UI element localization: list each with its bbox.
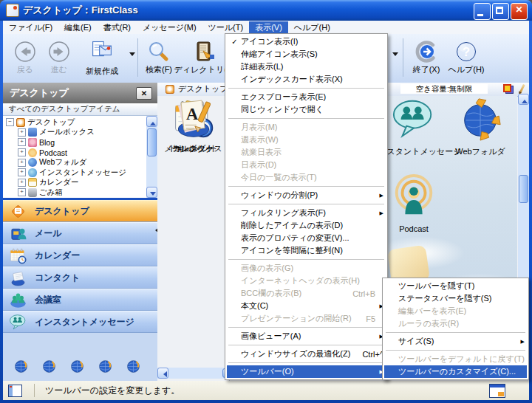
menu-item[interactable]: ツールバーをデフォルトに戻す(T): [384, 353, 527, 365]
menu-item[interactable]: ウィンドウサイズの最適化(Z) Ctrl+^: [227, 348, 386, 360]
menu-item[interactable]: フィルタリング表示(F) ▶: [227, 207, 386, 219]
minimize-button[interactable]: [474, 3, 491, 20]
menu-item[interactable]: ツールバーのカスタマイズ(C)...: [384, 365, 527, 378]
menu-item[interactable]: 削除したアイテムの表示(D): [227, 219, 386, 232]
menu-item[interactable]: インターネットヘッダの表示(H): [227, 275, 386, 287]
tree-item-label: Webフォルダ: [39, 157, 86, 168]
menu-item[interactable]: 就業日表示: [227, 146, 386, 159]
menu-item[interactable]: プレゼンテーションの開始(R) F5: [227, 312, 386, 325]
scroll-up-icon[interactable]: [518, 94, 529, 105]
menu-item[interactable]: 週表示(W): [227, 134, 386, 146]
scroll-up-icon[interactable]: [146, 116, 157, 127]
tree-item[interactable]: + Podcast: [3, 148, 146, 158]
check-icon: ✓: [228, 38, 241, 46]
tree-item[interactable]: + Blog: [3, 137, 146, 148]
menu-item[interactable]: 日表示(D): [227, 159, 386, 171]
sidebar-nav-item[interactable]: デスクトップ: [3, 200, 157, 222]
search-button[interactable]: 検索(F): [142, 40, 176, 75]
sidebar-nav-item[interactable]: コンタクト: [3, 266, 157, 289]
menu-item[interactable]: ツールバー(O) ▶: [227, 365, 386, 378]
menubar-item[interactable]: 編集(E): [58, 21, 98, 34]
menu-item[interactable]: ツールバーを隠す(T): [384, 280, 527, 292]
menu-item[interactable]: BCC欄の表示(B) Ctrl+B: [227, 287, 386, 300]
window-layout-icon[interactable]: [489, 384, 505, 398]
edit-pencil-icon[interactable]: [519, 84, 525, 94]
sidebar-nav-item[interactable]: メール: [3, 222, 157, 244]
scroll-left-icon[interactable]: [157, 368, 168, 379]
menubar-item[interactable]: 表示(V): [249, 21, 288, 34]
menu-item-label: ステータスバーを隠す(S): [398, 293, 491, 304]
tree-expand-icon[interactable]: +: [18, 168, 26, 176]
sidebar-nav-item[interactable]: 会議室: [3, 289, 157, 311]
new-button[interactable]: 新規作成: [78, 38, 126, 77]
menu-item[interactable]: 詳細表示(L): [227, 61, 386, 73]
menu-item[interactable]: ルーラの表示(R): [384, 317, 527, 330]
menubar-item[interactable]: 書式(R): [98, 21, 137, 34]
quick-launch-icon[interactable]: [126, 359, 141, 374]
menu-item[interactable]: 今日の一覧の表示(T): [227, 171, 386, 184]
menubar-item[interactable]: ヘルプ(H): [288, 21, 336, 34]
quick-launch-icon[interactable]: [13, 359, 29, 374]
tree-item[interactable]: + カレンダー: [3, 178, 146, 188]
scroll-down-icon[interactable]: [146, 187, 157, 198]
tree-item[interactable]: + Webフォルダ: [3, 157, 146, 168]
view-mode-icon[interactable]: [503, 84, 514, 94]
quick-launch-icon[interactable]: [69, 359, 85, 374]
tree-item[interactable]: + ごみ箱: [3, 187, 146, 198]
sidebar-nav-item[interactable]: インスタントメッセージ: [3, 311, 157, 333]
new-dropdown-arrow[interactable]: [129, 52, 135, 59]
toolbar-overflow-arrow[interactable]: [392, 52, 398, 59]
menubar-item[interactable]: メッセージ(M): [137, 21, 202, 34]
menu-item[interactable]: インデックスカード表示(X): [227, 73, 386, 86]
tree-expand-icon[interactable]: +: [18, 159, 26, 167]
desktop-icon-item[interactable]: Webフォルダ: [437, 96, 517, 157]
tree-item-icon: [28, 158, 37, 167]
tree-expand-icon[interactable]: +: [18, 138, 26, 146]
main-scroll-thumb[interactable]: [519, 175, 528, 203]
directory-button[interactable]: ディレクトリ(R): [179, 40, 231, 75]
quick-launch-icon[interactable]: [98, 359, 113, 374]
forward-button[interactable]: 進む: [43, 40, 75, 75]
tree-item[interactable]: − デスクトップ: [3, 117, 146, 128]
menu-item[interactable]: サイズ(S) ▶: [384, 335, 527, 348]
menu-item[interactable]: ステータスバーを隠す(S): [384, 292, 527, 305]
tree-scrollbar[interactable]: [146, 116, 157, 198]
tree-expand-icon[interactable]: +: [18, 188, 26, 196]
desktop-tree: − デスクトップ + メールボックス + Blog + Pod: [3, 116, 146, 198]
sidebar-close-icon[interactable]: [136, 87, 152, 100]
tree-expand-icon[interactable]: +: [18, 128, 26, 137]
tree-item-label: メールボックス: [39, 127, 95, 137]
tree-expand-icon[interactable]: +: [18, 148, 26, 156]
tree-item[interactable]: + メールボックス: [3, 128, 146, 138]
menu-item[interactable]: ウィンドウの分割(P) ▶: [227, 189, 386, 202]
exit-button[interactable]: 終了(X): [409, 40, 444, 75]
menu-separator: [386, 332, 525, 333]
back-button[interactable]: 戻る: [9, 40, 41, 75]
menu-item[interactable]: 同じウィンドウで開く: [227, 103, 386, 116]
menubar-item[interactable]: ツール(T): [202, 21, 250, 34]
close-button[interactable]: [511, 3, 528, 20]
panel-toggle-icon[interactable]: [8, 385, 22, 397]
menu-item[interactable]: 本文(C) ▶: [227, 300, 386, 312]
menu-item[interactable]: ✓ アイコン表示(I): [227, 35, 386, 48]
menu-item[interactable]: 画像ビューア(A) ▶: [227, 330, 386, 342]
menu-item[interactable]: 画像の表示(G): [227, 262, 386, 275]
menu-item[interactable]: 伸縮アイコン表示(S): [227, 48, 386, 61]
menu-item[interactable]: 月表示(M): [227, 121, 386, 134]
menu-item[interactable]: 編集バーを表示(E): [384, 305, 527, 317]
tree-expand-icon[interactable]: +: [18, 179, 26, 187]
help-button[interactable]: ヘルプ(H): [447, 40, 485, 75]
menu-item[interactable]: アイコンを等間隔に整列(N): [227, 244, 386, 257]
sidebar-nav-item[interactable]: カレンダー: [3, 244, 157, 266]
tab-desktop[interactable]: デスクトップ: [160, 83, 235, 95]
tree-scroll-thumb[interactable]: [147, 128, 157, 156]
exit-icon: [415, 40, 438, 63]
desktop-icon-item[interactable]: ドキュメント: [157, 96, 229, 154]
maximize-button[interactable]: [492, 3, 509, 20]
tree-expand-icon[interactable]: −: [6, 118, 14, 126]
menu-item[interactable]: 表示のプロパティの変更(V)...: [227, 232, 386, 244]
menubar-item[interactable]: ファイル(F): [3, 21, 58, 34]
menu-item[interactable]: エクスプローラ表示(E): [227, 91, 386, 103]
quick-launch-icon[interactable]: [41, 359, 57, 374]
tree-item[interactable]: + インスタントメッセージ: [3, 168, 146, 178]
